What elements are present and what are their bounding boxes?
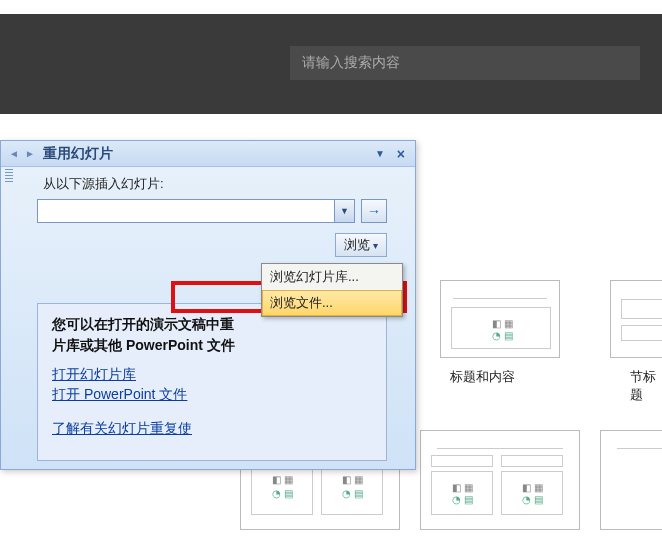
pane-back-icon[interactable]: ◄ (7, 147, 21, 161)
pane-close-icon[interactable]: × (393, 146, 409, 162)
open-slide-library-link[interactable]: 打开幻灯片库 (52, 366, 372, 384)
layout-thumb-comparison[interactable]: ◧ ▦ ◔ ▤ ◧ ▦ ◔ ▤ (420, 430, 580, 530)
thumb-content-right: ◧ ▦ ◔ ▤ (501, 471, 563, 515)
layout-label: 标题和内容 (450, 368, 515, 386)
pane-titlebar: ◄ ► 重用幻灯片 ▼ × (1, 141, 415, 167)
info-box: 您可以在打开的演示文稿中重 片库或其他 PowerPoint 文件 打开幻灯片库… (37, 303, 387, 461)
content-placeholder-icon: ◧ ▦ (272, 474, 293, 485)
source-combo: ▼ (37, 199, 355, 223)
thumb-subtitle-box (621, 325, 662, 341)
content-placeholder-icon: ◧ ▦ (342, 474, 363, 485)
thumb-caption-right (501, 455, 563, 467)
thumb-title-bar (617, 439, 662, 449)
content-placeholder-icon: ◔ ▤ (522, 494, 543, 505)
browse-slide-library-item[interactable]: 浏览幻灯片库... (262, 264, 402, 290)
content-placeholder-icon: ◧ ▦ (452, 482, 473, 493)
info-text: 您可以在打开的演示文稿中重 片库或其他 PowerPoint 文件 (52, 314, 372, 356)
pane-nav-arrows: ◄ ► (7, 147, 37, 161)
content-placeholder-icon: ◧ ▦ (492, 318, 513, 329)
thumb-caption-left (431, 455, 493, 467)
reuse-slides-pane: ◄ ► 重用幻灯片 ▼ × 从以下源插入幻灯片: ▼ → 浏览 您可以在打开的演… (0, 140, 416, 470)
thumb-content-left: ◧ ▦ ◔ ▤ (431, 471, 493, 515)
browse-button[interactable]: 浏览 (335, 233, 387, 257)
pane-forward-icon[interactable]: ► (23, 147, 37, 161)
info-line-2: 片库或其他 PowerPoint 文件 (52, 337, 235, 353)
browse-dropdown-menu: 浏览幻灯片库... 浏览文件... (261, 263, 403, 317)
pane-menu-arrow-icon[interactable]: ▼ (375, 148, 385, 159)
pane-grip-icon[interactable] (5, 169, 13, 183)
browse-file-item[interactable]: 浏览文件... (262, 290, 402, 316)
info-line-1: 您可以在打开的演示文稿中重 (52, 316, 234, 332)
open-powerpoint-file-link[interactable]: 打开 PowerPoint 文件 (52, 386, 372, 404)
insert-from-label: 从以下源插入幻灯片: (37, 175, 387, 193)
pane-title: 重用幻灯片 (43, 145, 375, 163)
learn-more-link[interactable]: 了解有关幻灯片重复使 (52, 420, 372, 438)
layout-thumb-section-header[interactable] (610, 280, 662, 358)
content-placeholder-icon: ◔ ▤ (492, 330, 513, 341)
content-placeholder-icon: ◔ ▤ (342, 488, 363, 499)
browse-row: 浏览 (37, 233, 387, 257)
go-button[interactable]: → (361, 199, 387, 223)
layout-thumb[interactable] (600, 430, 662, 530)
thumb-title-bar (453, 289, 547, 299)
content-placeholder-icon: ◔ ▤ (452, 494, 473, 505)
layout-label: 节标题 (630, 368, 662, 404)
search-box[interactable]: 请输入搜索内容 (290, 46, 640, 80)
pane-body: 从以下源插入幻灯片: ▼ → 浏览 您可以在打开的演示文稿中重 片库或其他 Po… (1, 167, 415, 469)
source-input[interactable] (37, 199, 355, 223)
source-input-row: ▼ → (37, 199, 387, 223)
thumb-title-box (621, 299, 662, 319)
source-dropdown-arrow-icon[interactable]: ▼ (334, 200, 354, 222)
content-placeholder-icon: ◧ ▦ (522, 482, 543, 493)
layout-thumb-title-content[interactable]: ◧ ▦ ◔ ▤ (440, 280, 560, 358)
thumb-content-box: ◧ ▦ ◔ ▤ (451, 307, 551, 349)
thumb-title-bar (437, 439, 563, 449)
content-placeholder-icon: ◔ ▤ (272, 488, 293, 499)
arrow-right-icon: → (367, 203, 381, 219)
